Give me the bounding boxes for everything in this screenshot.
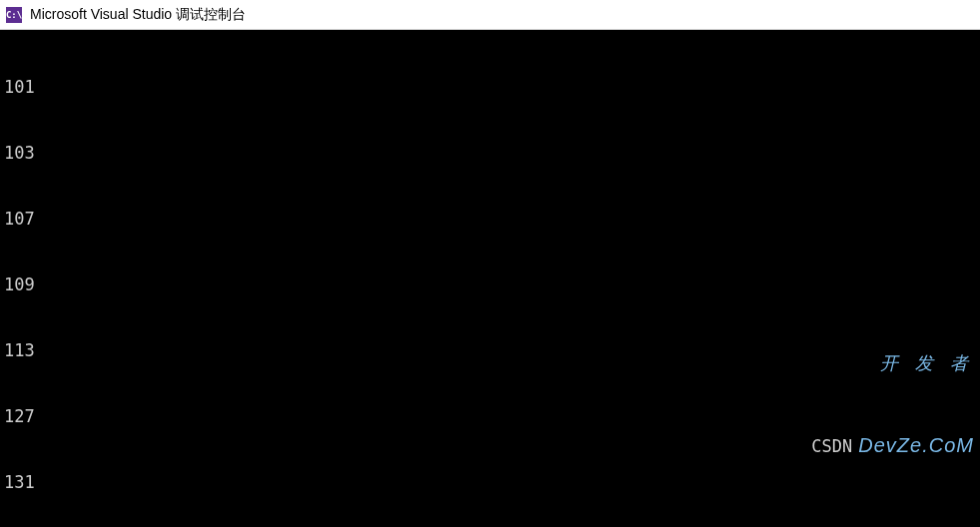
- window-title: Microsoft Visual Studio 调试控制台: [30, 6, 246, 24]
- app-icon-text: C:\: [6, 10, 22, 20]
- output-line: 101: [4, 76, 976, 98]
- console-output: 101 103 107 109 113 127 131 137 139 149 …: [0, 30, 980, 527]
- output-line: 127: [4, 405, 976, 427]
- watermark-domain: DevZe.CoM: [858, 434, 974, 456]
- output-line: 109: [4, 273, 976, 295]
- output-line: 107: [4, 208, 976, 230]
- output-line: 113: [4, 339, 976, 361]
- watermark-csdn: CSDN: [811, 436, 852, 456]
- app-icon: C:\: [6, 7, 22, 23]
- output-line: 131: [4, 471, 976, 493]
- output-line: 103: [4, 142, 976, 164]
- window-titlebar[interactable]: C:\ Microsoft Visual Studio 调试控制台: [0, 0, 980, 30]
